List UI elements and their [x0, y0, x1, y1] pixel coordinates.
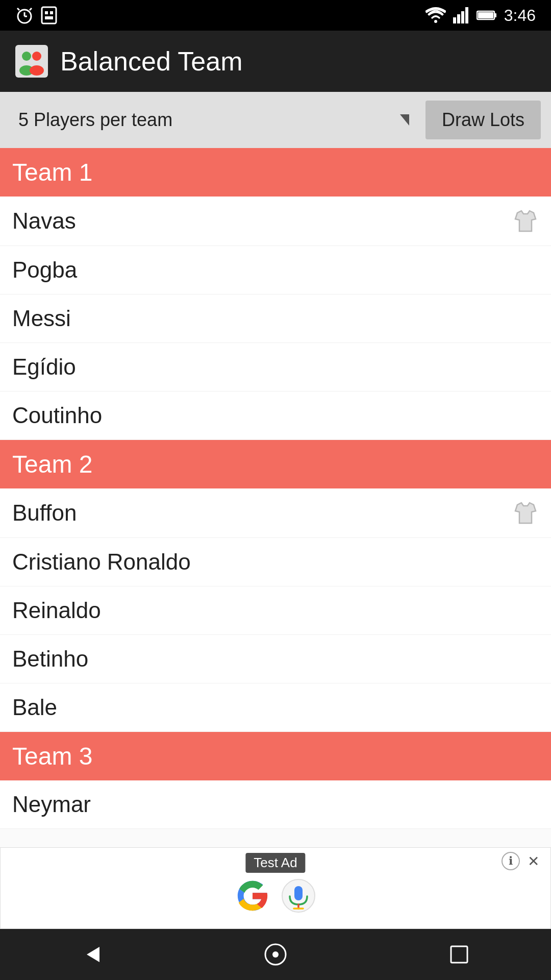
svg-rect-7 — [50, 11, 53, 14]
ad-close-icon[interactable]: ✕ — [524, 852, 542, 870]
recents-button[interactable] — [439, 934, 480, 975]
status-bar: 3:46 — [0, 0, 551, 31]
google-logo — [235, 878, 270, 914]
svg-rect-23 — [294, 886, 303, 900]
team-header-3: Team 3 — [0, 732, 551, 780]
home-button[interactable] — [255, 934, 296, 975]
players-per-team-dropdown[interactable]: 5 Players per team — [10, 102, 417, 138]
ad-content — [235, 878, 316, 914]
ad-banner: Test Ad ℹ ✕ — [0, 847, 551, 929]
jersey-icon — [512, 208, 539, 234]
svg-rect-10 — [453, 17, 456, 23]
player-row[interactable]: Egídio — [0, 343, 551, 391]
player-name: Messi — [12, 306, 71, 331]
player-row[interactable]: Navas — [0, 197, 551, 246]
player-row[interactable]: Messi — [0, 295, 551, 343]
team-name-1: Team 1 — [12, 159, 92, 186]
svg-rect-13 — [465, 7, 468, 23]
player-row[interactable]: Reinaldo — [0, 586, 551, 635]
content-area: Team 1Navas PogbaMessiEgídioCoutinhoTeam… — [0, 148, 551, 847]
app-bar: Balanced Team — [0, 31, 551, 92]
svg-point-21 — [30, 65, 44, 76]
app-icon — [15, 45, 48, 78]
svg-rect-11 — [457, 14, 460, 23]
player-row[interactable]: Neymar — [0, 780, 551, 829]
google-mic-icon — [281, 878, 316, 914]
svg-rect-29 — [451, 946, 467, 963]
team-header-1: Team 1 — [0, 148, 551, 197]
svg-rect-15 — [494, 13, 496, 17]
player-name: Cristiano Ronaldo — [12, 549, 191, 575]
status-time: 3:46 — [504, 6, 536, 25]
player-name: Reinaldo — [12, 598, 101, 623]
player-row[interactable]: Pogba — [0, 246, 551, 295]
player-row[interactable]: Betinho — [0, 635, 551, 683]
ad-label: Test Ad — [245, 853, 305, 873]
alarm-icon — [15, 6, 34, 24]
player-name: Neymar — [12, 792, 91, 817]
player-row[interactable]: Bale — [0, 683, 551, 732]
player-name: Buffon — [12, 500, 77, 526]
player-row[interactable]: Cristiano Ronaldo — [0, 538, 551, 586]
svg-point-28 — [272, 951, 279, 958]
team-header-2: Team 2 — [0, 440, 551, 488]
svg-line-3 — [17, 8, 19, 10]
svg-point-18 — [22, 52, 31, 61]
sim-icon — [40, 6, 58, 24]
svg-rect-6 — [45, 11, 48, 14]
chevron-down-icon — [400, 114, 409, 126]
svg-rect-8 — [45, 16, 53, 19]
svg-rect-16 — [478, 12, 493, 18]
player-name: Navas — [12, 208, 76, 234]
back-button[interactable] — [71, 934, 112, 975]
player-row[interactable]: Coutinho — [0, 391, 551, 440]
svg-marker-26 — [87, 947, 99, 962]
team-name-3: Team 3 — [12, 743, 92, 770]
player-name: Bale — [12, 695, 57, 720]
player-name: Egídio — [12, 354, 76, 380]
toolbar: 5 Players per team Draw Lots — [0, 92, 551, 148]
app-bar-title: Balanced Team — [60, 46, 243, 77]
nav-bar — [0, 929, 551, 980]
svg-point-19 — [32, 52, 41, 61]
player-name: Pogba — [12, 257, 77, 283]
svg-line-4 — [30, 8, 32, 10]
svg-rect-5 — [42, 7, 56, 23]
player-name: Coutinho — [12, 403, 102, 428]
players-per-team-label: 5 Players per team — [18, 109, 172, 131]
ad-info-icon[interactable]: ℹ — [502, 852, 520, 870]
player-name: Betinho — [12, 646, 88, 672]
player-row[interactable]: Buffon — [0, 488, 551, 538]
draw-lots-button[interactable]: Draw Lots — [425, 101, 541, 139]
status-bar-left — [15, 6, 58, 24]
svg-point-9 — [434, 20, 437, 23]
jersey-icon — [512, 500, 539, 526]
team-name-2: Team 2 — [12, 451, 92, 478]
status-bar-right: 3:46 — [425, 6, 536, 25]
svg-rect-12 — [461, 11, 464, 23]
